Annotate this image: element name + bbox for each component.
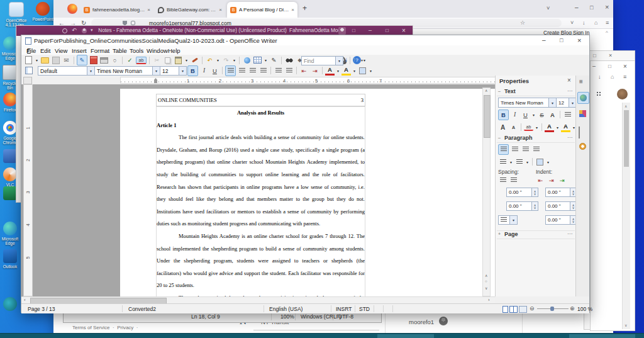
writer-maximize-button[interactable]: □ [560,37,563,43]
panel-text-size-button[interactable]: A [548,110,557,120]
desktop-icon-powerpoint[interactable]: PowerPoint [30,2,55,21]
onenote-toolbar-caret-icon[interactable]: ▾ [91,28,93,33]
autospellcheck-icon[interactable]: ab [136,57,147,64]
font-color-button[interactable]: A [325,66,335,76]
align-left-button[interactable] [225,65,236,76]
undo-icon[interactable]: ↶ [205,55,214,65]
background-color-button[interactable] [358,66,367,76]
browser-tab-active[interactable]: B A Personal Blog / Digital Diary × [227,2,297,18]
expand-icon[interactable]: + [498,232,501,236]
font-caret-icon[interactable]: ▾ [152,67,160,75]
page-preview-icon[interactable]: ○ [110,55,119,65]
spacing-below-field[interactable]: 0.00 " ∧∨ [506,201,538,211]
bg-window-maximize-button[interactable]: □ [593,53,596,59]
page-scroll-up-icon[interactable]: ^ [606,30,608,35]
redo-caret-icon[interactable]: ▾ [232,58,236,62]
horizontal-ruler[interactable]: 1 2 3 4 5 6 7 [120,77,503,84]
spacing-above-field[interactable]: 0.00 " ∧∨ [506,188,538,197]
win2-scrollbar[interactable]: ∧ ∨ [622,103,630,329]
hyperlink-icon[interactable] [242,55,252,65]
onenote-minimize-button[interactable]: – [369,27,372,33]
find-next-icon[interactable]: ↓ [345,56,348,63]
scroll-down-icon[interactable]: ∨ [625,323,627,327]
panel-strikethrough-button[interactable]: S [537,110,547,120]
section-more-icon[interactable]: ⋯ [567,231,572,237]
menu-help[interactable]: Help [168,47,180,54]
scroll-thumb[interactable] [624,110,629,167]
win2-avatar[interactable] [617,89,628,99]
font-color-caret-icon[interactable]: ▾ [336,69,340,73]
sidebar-menu-icon[interactable]: ≡ [579,78,583,85]
font-size-select[interactable]: 12 ▾ [160,66,187,76]
undo-caret-icon[interactable]: ▾ [216,58,220,62]
win2-minimize-button[interactable]: – [592,63,596,69]
font-name-select[interactable]: Times New Roman ▾ [94,66,160,76]
sidebar-tab-gallery[interactable] [577,108,588,119]
zoom-out-icon[interactable]: ⊖ [530,305,535,312]
page-body-frame[interactable]: Analysis and Results Article 1 The first… [156,106,365,296]
paste-caret-icon[interactable]: ▾ [184,58,189,62]
zoom-slider-thumb[interactable] [550,307,554,311]
win2-menu-icon[interactable]: ≡ [623,74,626,80]
panel-font-color-button[interactable]: A [545,123,554,132]
size-caret-icon[interactable]: ▾ [179,67,186,75]
panel-underline-button[interactable]: U [521,110,530,120]
win2-downloads-icon[interactable]: ↓ [598,74,601,80]
panel-font-name-select[interactable]: Times New Roman ▾ [498,98,557,108]
find-overflow-icon[interactable]: ▾ [361,58,363,62]
bold-button[interactable]: B [187,65,198,76]
writer-close-button[interactable]: × [577,37,581,44]
tab-close-icon[interactable]: × [147,7,150,13]
win2-close-button[interactable]: × [623,63,627,70]
panel-align-right-button[interactable] [521,145,530,154]
multi-page-view-icon[interactable] [509,306,518,313]
account-avatar[interactable] [439,317,448,325]
table-caret-icon[interactable]: ▾ [264,58,268,62]
save-icon[interactable] [51,55,60,65]
status-style[interactable]: Converted2 [128,306,156,312]
status-zoom-value[interactable]: 100 % [577,306,592,312]
desktop-icon-app-2[interactable] [1,297,19,312]
panel-bullet-list-button[interactable] [498,157,508,167]
spellcheck-icon[interactable]: ✓ [125,55,135,65]
panel-highlight-button[interactable]: A [561,123,570,132]
indent-decrease-icon[interactable]: ⇥ [547,176,556,185]
section-page-header[interactable]: + Page ⋯ [497,230,575,239]
new-tab-button[interactable]: + [303,4,307,13]
panel-numbered-caret-icon[interactable]: ▾ [525,160,530,164]
menu-tools[interactable]: Tools [130,47,143,54]
properties-close-icon[interactable]: × [567,77,571,84]
decrease-indent-button[interactable]: ⇤ [299,66,309,76]
panel-case-caret-icon[interactable]: ▾ [535,125,539,130]
taskbar[interactable] [0,333,644,338]
hscroll-left-icon[interactable]: ‹ [24,297,26,303]
panel-increase-size-button[interactable]: A [498,123,508,132]
tab-close-icon[interactable]: × [291,7,294,13]
section-text-header[interactable]: – Text ⋯ [497,88,575,96]
align-right-button[interactable] [248,66,257,76]
export-pdf-icon[interactable] [89,55,98,65]
status-selection-mode[interactable]: STD [359,306,370,312]
indent-increase-icon[interactable]: ⇤ [536,176,545,185]
cut-icon[interactable]: ✂ [152,55,162,65]
extensions-icon[interactable]: ⌂ [594,20,597,26]
panel-paragraph-background-button[interactable] [535,157,545,167]
collapse-icon[interactable]: – [498,89,501,93]
scroll-up-icon[interactable]: ∧ [625,104,627,108]
panel-font-size-select[interactable]: 12 ▾ [556,98,577,108]
bg-window-close-button[interactable]: × [609,52,612,59]
style-caret-icon[interactable]: ▾ [87,67,94,75]
sidebar-tab-navigator[interactable] [577,141,588,152]
panel-case-button[interactable]: ab [524,124,533,131]
panel-background-caret-icon[interactable]: ▾ [546,160,550,164]
menu-insert[interactable]: Insert [72,47,87,54]
account-name[interactable]: moorefo1 [409,318,434,325]
line-spacing-select[interactable]: ▾ [498,215,518,225]
print-icon[interactable] [99,55,109,65]
menu-edit[interactable]: Edit [40,47,50,54]
desktop-icon-outlook[interactable]: Outlook [1,249,19,269]
win2-maximize-button[interactable]: □ [608,64,611,69]
email-icon[interactable]: ✉ [62,55,71,65]
lock-icon[interactable] [131,21,135,25]
onenote-undo-icon[interactable]: ↶ [72,27,77,33]
